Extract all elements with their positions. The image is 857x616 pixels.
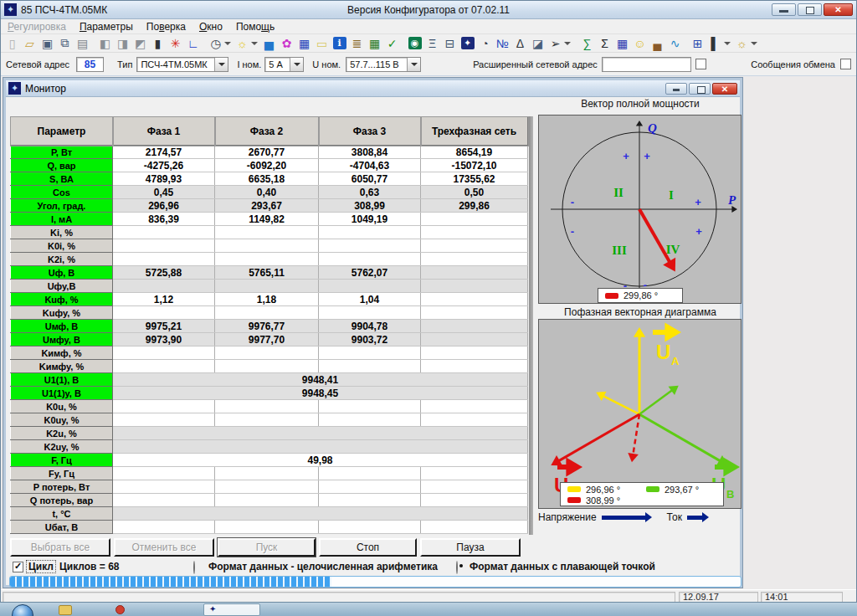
- param-label[interactable]: U1(1)у, В: [11, 387, 113, 400]
- journal-icon[interactable]: ≣: [348, 35, 366, 52]
- param-label[interactable]: Kuфу, %: [11, 306, 113, 320]
- param-label[interactable]: t, °C: [11, 507, 113, 521]
- param-label[interactable]: Uфу,В: [11, 280, 113, 293]
- format-int-label[interactable]: Формат данных - целочисленная арифметика: [208, 561, 438, 572]
- monitor-device-icon[interactable]: ⊟: [441, 35, 459, 52]
- folder-icon[interactable]: [59, 605, 72, 615]
- param-label[interactable]: K0i, %: [11, 239, 113, 253]
- monitor-restore-button[interactable]: [689, 83, 711, 95]
- bar-chart-icon[interactable]: ▅: [260, 35, 278, 52]
- save-icon[interactable]: ▣: [38, 35, 56, 52]
- faucet-icon[interactable]: ∿: [666, 35, 684, 52]
- print-icon[interactable]: ▤: [74, 35, 91, 52]
- param-label[interactable]: S, ВА: [11, 172, 113, 186]
- button-Стоп[interactable]: Стоп: [319, 538, 417, 557]
- sum-green-icon[interactable]: ∑: [578, 35, 596, 52]
- taskbar[interactable]: [0, 602, 857, 616]
- param-label[interactable]: Q, вар: [11, 159, 113, 172]
- active-task-button[interactable]: [203, 603, 260, 616]
- open-icon[interactable]: ▱: [21, 35, 38, 52]
- close-button[interactable]: [824, 3, 853, 16]
- page-edit-icon[interactable]: ◪: [529, 35, 547, 52]
- button-Отменить все[interactable]: Отменить все: [114, 538, 214, 557]
- chevron-down-icon[interactable]: [724, 42, 731, 45]
- param-label[interactable]: Угол, град.: [11, 199, 113, 213]
- chevron-down-icon[interactable]: [290, 58, 303, 71]
- pointer-icon[interactable]: ➢: [547, 35, 564, 52]
- chevron-down-icon[interactable]: [214, 58, 228, 71]
- param-label[interactable]: K2u, %: [11, 427, 113, 440]
- param-label[interactable]: Ki, %: [11, 226, 113, 239]
- minimize-button[interactable]: [772, 3, 796, 16]
- digits-icon[interactable]: №: [494, 35, 511, 52]
- chevron-down-icon[interactable]: [407, 58, 420, 71]
- messages-checkbox[interactable]: [840, 59, 851, 69]
- table-icon[interactable]: ▦: [366, 35, 383, 52]
- monitor-minimize-button[interactable]: [665, 83, 687, 95]
- param-label[interactable]: U1(1), В: [11, 373, 113, 387]
- check-icon[interactable]: ✓: [383, 35, 401, 52]
- param-label[interactable]: Uмфу, В: [11, 333, 113, 346]
- lamp-icon[interactable]: ☼: [233, 35, 251, 52]
- restore-button[interactable]: [798, 3, 822, 16]
- notes-icon[interactable]: ▭: [313, 35, 331, 52]
- chevron-down-icon[interactable]: [751, 42, 757, 45]
- extended-address-field[interactable]: [602, 57, 691, 72]
- param-label[interactable]: K0u, %: [11, 400, 113, 413]
- menu-Поверка[interactable]: Поверка: [140, 20, 192, 33]
- cycle-checkbox[interactable]: [13, 562, 23, 572]
- gauge-icon[interactable]: ◷: [207, 35, 224, 52]
- network-address-field[interactable]: 85: [76, 57, 104, 72]
- chevron-down-icon[interactable]: [564, 42, 571, 45]
- archive-icon[interactable]: ▦: [613, 35, 631, 52]
- extended-address-checkbox[interactable]: [695, 59, 706, 69]
- break-exchange-icon[interactable]: ✳: [167, 35, 184, 52]
- palette-icon[interactable]: ✿: [278, 35, 295, 52]
- param-label[interactable]: P потерь, Вт: [11, 480, 113, 494]
- monitor-close-button[interactable]: [712, 83, 737, 95]
- phone-icon[interactable]: ▌: [706, 35, 724, 52]
- param-label[interactable]: Kимфу, %: [11, 360, 113, 373]
- param-label[interactable]: P, Вт: [11, 146, 113, 159]
- param-label[interactable]: Kuф, %: [11, 293, 113, 306]
- cycle-label[interactable]: Цикл: [27, 561, 55, 572]
- lamp2-icon[interactable]: ☼: [733, 35, 751, 52]
- param-label[interactable]: Cos: [11, 186, 113, 199]
- chevron-down-icon[interactable]: [224, 42, 231, 45]
- logo-window-icon[interactable]: ✦: [459, 35, 476, 52]
- param-label[interactable]: I, мА: [11, 213, 113, 226]
- calendar-icon[interactable]: ▦: [295, 35, 313, 52]
- sigma-icon[interactable]: Σ: [596, 35, 613, 52]
- param-label[interactable]: Kимф, %: [11, 346, 113, 360]
- chevron-down-icon[interactable]: [251, 42, 258, 45]
- delta-icon[interactable]: Δ: [511, 35, 529, 52]
- param-label[interactable]: K2i, %: [11, 253, 113, 266]
- eye-icon[interactable]: ◉: [406, 35, 423, 52]
- menu-Помощь[interactable]: Помощь: [229, 20, 281, 33]
- param-label[interactable]: Uбат, В: [11, 521, 113, 534]
- unom-combobox[interactable]: 57.7...115 В: [346, 57, 421, 72]
- param-label[interactable]: Uф, В: [11, 266, 113, 280]
- read-device-icon[interactable]: ◧: [96, 35, 114, 52]
- info-icon[interactable]: ℹ: [331, 35, 348, 52]
- button-Пуск[interactable]: Пуск: [218, 538, 316, 557]
- read-group-icon[interactable]: ◩: [131, 35, 149, 52]
- stopwatch-icon[interactable]: ◔: [476, 35, 494, 52]
- menu-Окно[interactable]: Окно: [192, 20, 229, 33]
- battery-icon[interactable]: ▄: [649, 35, 666, 52]
- bell-icon[interactable]: ☺: [631, 35, 649, 52]
- new-document-icon[interactable]: ▯: [3, 35, 21, 52]
- button-Выбрать все[interactable]: Выбрать все: [10, 538, 110, 557]
- inom-combobox[interactable]: 5 А: [264, 57, 304, 72]
- param-label[interactable]: Uмф, В: [11, 320, 113, 333]
- write-device-icon[interactable]: ◨: [114, 35, 131, 52]
- type-combobox[interactable]: ПСЧ-4ТМ.05МК: [136, 57, 228, 72]
- menu-Параметры[interactable]: Параметры: [73, 20, 140, 33]
- scales-icon[interactable]: Ξ: [423, 35, 441, 52]
- param-label[interactable]: K2uу, %: [11, 440, 113, 454]
- param-label[interactable]: K0uу, %: [11, 413, 113, 427]
- export-icon[interactable]: ⊞: [689, 35, 706, 52]
- app-quicklaunch-icon[interactable]: [115, 605, 125, 614]
- param-label[interactable]: Fу, Гц: [11, 467, 113, 480]
- save-group-icon[interactable]: ⧉: [56, 35, 74, 52]
